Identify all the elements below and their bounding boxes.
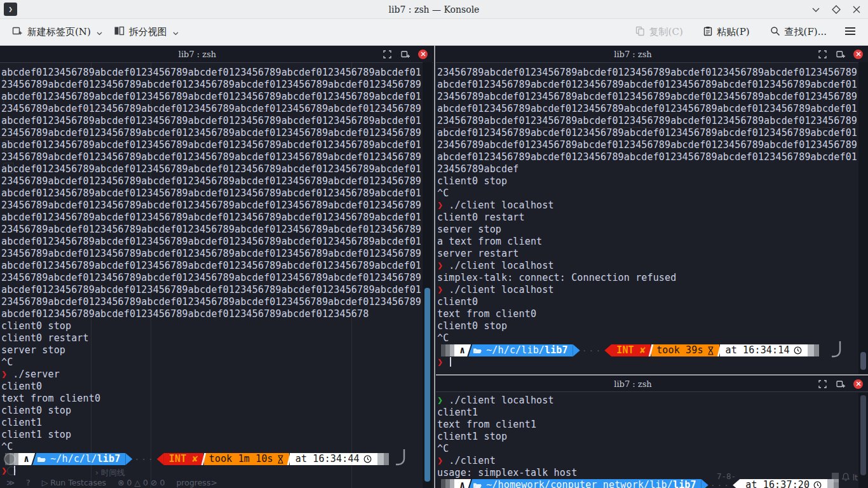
terminal-output-line: simplex-talk: connect: Connection refuse… (437, 272, 868, 284)
scrollbar-track[interactable] (858, 393, 868, 488)
window-titlebar[interactable]: ❯ lib7 : zsh — Konsole (0, 0, 868, 19)
terminal-output-line: ^C (437, 187, 868, 200)
new-tab-button[interactable] (836, 379, 845, 389)
terminal-output-line: usage: simplex-talk host (437, 467, 868, 479)
powerline-segment (445, 479, 450, 488)
text-cursor (14, 466, 15, 475)
terminal-command-line: ❯ ./client localhost (437, 200, 868, 212)
copy-button[interactable]: 复制(C) (630, 23, 689, 42)
powerline-arrow-segment: ∧ (454, 479, 471, 488)
powerline-arrow-tip (733, 479, 740, 488)
powerline-prompt: ∧~/homework/conputer_network/lib/lib7···… (441, 479, 868, 488)
terminal-output-line: abcdef0123456789abcdef0123456789abcdef01… (1, 260, 433, 272)
paste-label: 粘贴(P) (717, 26, 750, 38)
terminal-output-line: client0 restart (1, 332, 433, 344)
powerline-arrow-segment: ∧ (454, 344, 471, 356)
new-tab-button[interactable] (836, 50, 845, 59)
powerline-arrow-tip (702, 479, 709, 488)
new-tab-button[interactable] (400, 50, 410, 59)
terminal-right-top[interactable]: 23456789abcdef0123456789abcdef0123456789… (436, 63, 868, 369)
scrollbar-track[interactable] (858, 62, 868, 374)
pane-titlebar[interactable]: lib7 : zsh (436, 46, 868, 63)
terminal-output-line: 23456789abcdef0123456789abcdef0123456789… (1, 272, 433, 284)
terminal-output-line: 23456789abcdef0123456789abcdef0123456789… (437, 67, 868, 79)
copy-label: 复制(C) (649, 26, 683, 38)
timestamp-segment: at 16:34:14 (720, 344, 808, 356)
powerline-arrow-tip (125, 453, 132, 465)
clock-icon (363, 455, 372, 463)
close-button[interactable] (851, 4, 862, 15)
main-toolbar: 新建标签页(N) 拆分视图 复制(C) 粘贴(P) (0, 19, 868, 46)
powerline-path-segment: ~/h/c/lib/lib7 (468, 344, 573, 356)
close-pane-button[interactable] (853, 50, 863, 59)
scrollbar-thumb[interactable] (860, 395, 866, 475)
exit-status-segment: INT ✘ (611, 344, 651, 356)
terminal-output-line: a text from client (437, 236, 868, 248)
terminal-output-line: client1 (1, 417, 433, 429)
terminal-output-line: 23456789abcdef0123456789abcdef0123456789… (437, 91, 868, 103)
current-path: ~/homework/conputer_network/lib/lib7 (486, 479, 696, 488)
maximize-pane-button[interactable] (818, 379, 827, 389)
terminal-output-line: 23456789abcdef0123456789abcdef0123456789… (1, 103, 433, 115)
prompt-arrow: ❯ (437, 455, 443, 466)
terminal-output-line: client0 stop (437, 320, 868, 332)
terminal-output-line: 23456789abcdef0123456789abcdef0123456789… (1, 224, 433, 236)
exit-status-segment: INT ✘ (164, 453, 203, 465)
terminal-command-line: ❯ ./client localhost (437, 260, 868, 272)
scrollbar-track[interactable] (423, 62, 432, 488)
clock-icon (813, 481, 822, 488)
terminal-output-line: client0 stop (1, 320, 433, 332)
terminal-output-line: ^C (437, 332, 868, 344)
powerline-segment (14, 453, 18, 465)
new-tab-toolbar-button[interactable]: 新建标签页(N) (6, 23, 108, 42)
scrollbar-thumb[interactable] (424, 288, 430, 482)
powerline-segment (450, 344, 454, 356)
terminal-output-line: ^C (1, 356, 433, 369)
pane-actions (383, 46, 428, 62)
pane-titlebar[interactable]: lib7 : zsh (436, 376, 868, 392)
terminal-left[interactable]: abcdef0123456789abcdef0123456789abcdef01… (0, 63, 433, 477)
powerline-segment (5, 453, 10, 465)
prompt-arrow: ❯ (1, 465, 7, 477)
terminal-output-line: client1 (437, 407, 868, 419)
powerline-arrow-tip (573, 344, 580, 356)
clock-icon (794, 346, 802, 355)
powerline-path-segment: ~/h/c/l/lib7 (32, 453, 125, 465)
scrollbar-thumb[interactable] (860, 352, 866, 370)
terminal-output-line: 23456789abcdef0123456789abcdef0123456789… (1, 127, 433, 139)
ghost-statusbar: ≫?▷ Run Testcases⊗ 0 △ 0 ⊘ 0progress> (0, 477, 433, 488)
pane-title: lib7 : zsh (179, 50, 216, 59)
pane-titlebar[interactable]: lib7 : zsh (0, 46, 433, 63)
terminal-output-line: client0 stop (437, 175, 868, 187)
pane-title: lib7 : zsh (614, 379, 651, 389)
maximize-button[interactable] (831, 4, 841, 15)
terminal-output-line: client1 stop (437, 431, 868, 443)
terminal-output-line: abcdef0123456789abcdef0123456789abcdef01… (437, 151, 868, 163)
duration-segment: took 1m 10s (204, 453, 289, 465)
text-cursor (450, 357, 451, 367)
terminal-output-line: 23456789abcdef (437, 163, 868, 175)
maximize-pane-button[interactable] (383, 50, 392, 59)
hamburger-menu-button[interactable] (839, 24, 862, 41)
terminal-output-line: abcdef0123456789abcdef0123456789abcdef01… (1, 308, 433, 320)
close-pane-button[interactable] (853, 379, 863, 389)
minimize-button[interactable] (811, 4, 821, 15)
terminal-output-line: abcdef0123456789abcdef0123456789abcdef01… (437, 79, 868, 91)
terminal-right-bottom[interactable]: ❯ ./client localhostclient1text from cli… (436, 392, 868, 488)
prompt-arrow: ❯ (1, 369, 7, 380)
powerline-path-segment: ~/homework/conputer_network/lib/lib7 (468, 479, 702, 488)
prompt-dots: ··· (709, 479, 733, 488)
prompt-arrow: ❯ (437, 395, 443, 406)
split-view-button[interactable]: 拆分视图 (108, 23, 184, 41)
find-button[interactable]: 查找(F)... (764, 23, 832, 42)
chevron-down-icon (173, 27, 179, 38)
hourglass-icon (277, 455, 284, 464)
powerline-segment (827, 479, 834, 488)
maximize-pane-button[interactable] (818, 50, 827, 59)
terminal-output-line: abcdef0123456789abcdef0123456789abcdef01… (1, 187, 433, 200)
terminal-output-line: abcdef0123456789abcdef0123456789abcdef01… (1, 163, 433, 175)
close-pane-button[interactable] (418, 50, 428, 59)
terminal-output-line: abcdef0123456789abcdef0123456789abcdef01… (1, 284, 433, 296)
pane-actions (818, 46, 863, 62)
paste-button[interactable]: 粘贴(P) (698, 23, 756, 42)
